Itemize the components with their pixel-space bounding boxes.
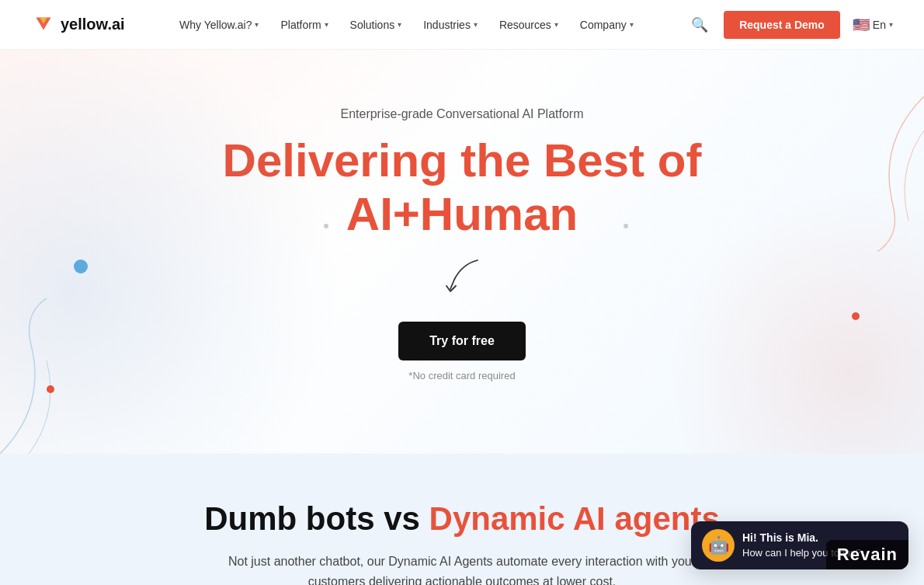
navbar: yellow.ai Why Yellow.ai? ▾ Platform ▾ So…: [0, 0, 924, 50]
chevron-why: ▾: [255, 20, 259, 29]
nav-label-industries: Industries: [423, 19, 471, 31]
hero-title-line1: Delivering the Best of: [223, 134, 702, 186]
chevron-industries: ▾: [474, 20, 478, 29]
nav-label-why: Why Yellow.ai?: [179, 19, 252, 31]
chat-avatar: 🤖: [702, 529, 735, 562]
language-selector[interactable]: 🇺🇸 En ▾: [853, 16, 893, 33]
nav-links: Why Yellow.ai? ▾ Platform ▾ Solutions ▾ …: [170, 12, 643, 37]
arrow-decoration: [439, 256, 485, 298]
logo-icon: [31, 12, 56, 37]
lang-label: En: [873, 19, 886, 31]
nav-item-why[interactable]: Why Yellow.ai? ▾: [170, 12, 268, 37]
nav-label-platform: Platform: [280, 19, 321, 31]
decoration-bottom-left: [0, 298, 140, 454]
section2-title-plain: Dumb bots vs: [204, 500, 429, 537]
chevron-company: ▾: [630, 20, 634, 29]
chat-greeting-bold: Hi! This is Mia.: [742, 531, 818, 544]
nav-item-resources[interactable]: Resources ▾: [490, 12, 568, 37]
chevron-solutions: ▾: [398, 20, 401, 29]
section2-title-highlight: Dynamic AI agents: [429, 500, 720, 537]
request-demo-button[interactable]: Request a Demo: [724, 11, 840, 39]
hero-subtitle: Enterprise-grade Conversational AI Platf…: [340, 107, 583, 121]
chevron-resources: ▾: [554, 20, 558, 29]
nav-item-industries[interactable]: Industries ▾: [414, 12, 487, 37]
nav-item-platform[interactable]: Platform ▾: [271, 12, 337, 37]
logo-link[interactable]: yellow.ai: [31, 12, 125, 37]
hero-title-line2: AI+Human: [346, 188, 578, 240]
chat-widget[interactable]: 🤖 Hi! This is Mia. How can I help you to…: [691, 521, 908, 569]
chevron-lang: ▾: [889, 20, 893, 29]
revain-overlay: Revain: [826, 540, 908, 569]
no-card-required-text: *No credit card required: [408, 370, 515, 381]
try-free-button[interactable]: Try for free: [398, 322, 526, 360]
decoration-dot-red-1: [47, 385, 54, 393]
nav-label-resources: Resources: [499, 19, 551, 31]
flag-icon: 🇺🇸: [853, 16, 870, 33]
search-button[interactable]: 🔍: [688, 13, 711, 37]
hero-section: Enterprise-grade Conversational AI Platf…: [0, 50, 924, 454]
search-icon: 🔍: [691, 17, 708, 33]
nav-item-company[interactable]: Company ▾: [571, 12, 643, 37]
logo-text: yellow.ai: [61, 16, 125, 33]
nav-label-solutions: Solutions: [350, 19, 395, 31]
decoration-top-right: [815, 96, 924, 252]
decoration-dot-small-1: [324, 224, 328, 228]
chat-avatar-emoji: 🤖: [708, 535, 729, 555]
nav-label-company: Company: [580, 19, 627, 31]
decoration-dot-small-2: [624, 224, 628, 228]
section2-description: Not just another chatbot, our Dynamic AI…: [198, 552, 726, 585]
nav-right: 🔍 Request a Demo 🇺🇸 En ▾: [688, 11, 893, 39]
hero-title: Delivering the Best of AI+Human: [223, 134, 702, 241]
nav-item-solutions[interactable]: Solutions ▾: [341, 12, 412, 37]
decoration-dot-red-2: [852, 312, 860, 320]
chevron-platform: ▾: [325, 20, 328, 29]
decoration-dot-blue: [74, 259, 88, 273]
